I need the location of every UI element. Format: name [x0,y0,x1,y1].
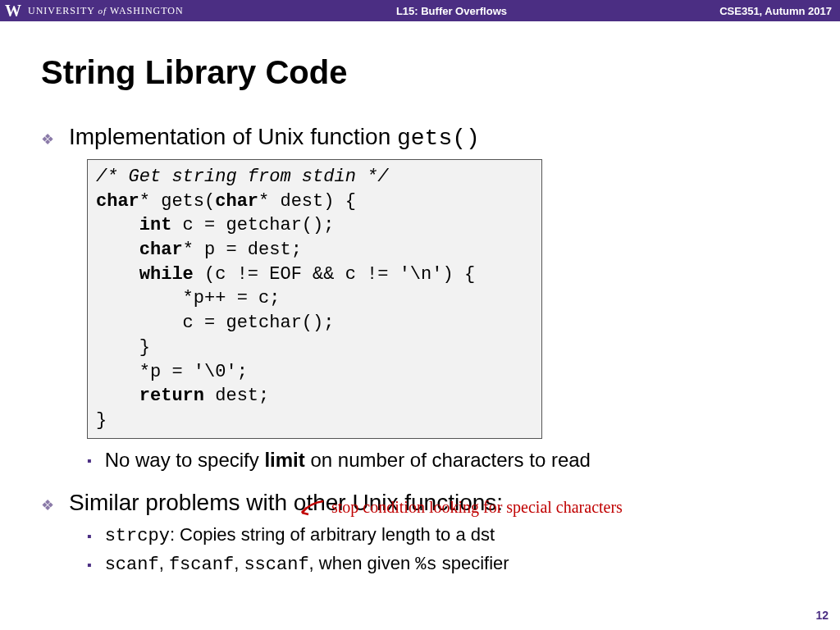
sub-bullet-text: strcpy: Copies string of arbitrary lengt… [105,524,495,546]
arrow-icon [295,498,328,519]
slide-title: String Library Code [41,54,799,91]
university-name: UNIVERSITY of WASHINGTON [28,5,184,17]
uw-logo-icon: W [5,2,21,21]
sub-bullet-text: No way to specify limit on number of cha… [105,449,591,472]
annotation-text: stop condition looking for special chara… [331,498,623,517]
square-icon: ▪ [87,454,92,468]
sub-bullet-strcpy: ▪ strcpy: Copies string of arbitrary len… [87,524,799,546]
header-left: W UNIVERSITY of WASHINGTON [0,2,184,21]
sub-bullet-scanf: ▪ scanf, fscanf, sscanf, when given %s s… [87,553,799,575]
lecture-label: L15: Buffer Overflows [184,5,720,17]
square-icon: ▪ [87,558,92,573]
course-label: CSE351, Autumn 2017 [719,5,840,17]
diamond-icon: ❖ [41,130,54,148]
bullet-implementation: ❖ Implementation of Unix function gets() [41,124,799,151]
square-icon: ▪ [87,529,92,544]
diamond-icon: ❖ [41,496,54,514]
bullet-text: Implementation of Unix function gets() [69,124,480,151]
sub-bullet-text: scanf, fscanf, sscanf, when given %s spe… [105,553,509,575]
sub-bullet-limit: ▪ No way to specify limit on number of c… [87,449,799,472]
slide-header: W UNIVERSITY of WASHINGTON L15: Buffer O… [0,0,840,21]
page-number: 12 [815,609,829,622]
handwritten-annotation: stop condition looking for special chara… [295,498,623,519]
slide-content: String Library Code ❖ Implementation of … [0,21,840,575]
code-block: /* Get string from stdin */ char* gets(c… [87,159,542,439]
